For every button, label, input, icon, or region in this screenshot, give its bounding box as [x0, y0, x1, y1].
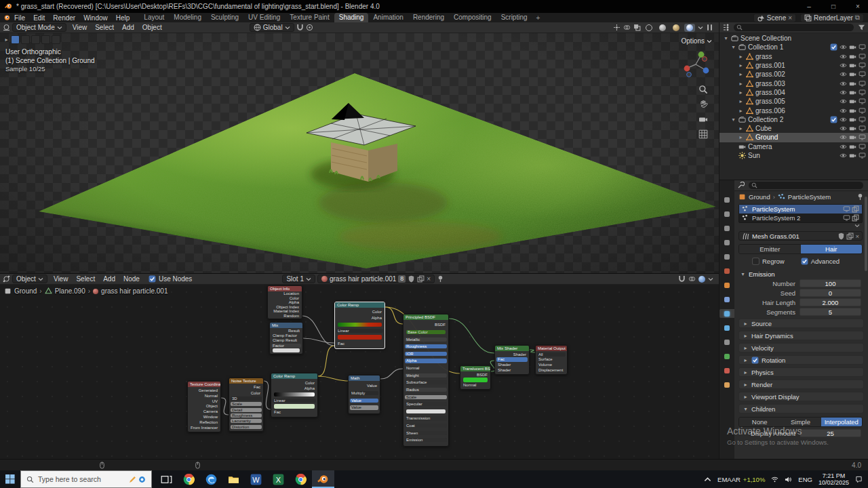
- expand-icon[interactable]: ▸: [738, 81, 744, 87]
- menu-file[interactable]: File: [10, 14, 29, 22]
- outliner-row-grass-006[interactable]: ▸grass.006: [719, 106, 868, 115]
- viewport-menu-select[interactable]: Select: [91, 24, 118, 31]
- mesh-icon[interactable]: [746, 62, 753, 69]
- section-source[interactable]: ▸Source: [738, 319, 864, 328]
- camera-icon[interactable]: [849, 152, 856, 159]
- taskbar-search-input[interactable]: Type here to search: [20, 470, 152, 488]
- outliner-row-grass-001[interactable]: ▸grass.001: [719, 61, 868, 70]
- collapse-icon[interactable]: ▾: [730, 44, 736, 50]
- monitor-icon[interactable]: [859, 70, 866, 78]
- properties-tab-tool[interactable]: [719, 195, 734, 204]
- properties-tab-physics[interactable]: [719, 323, 734, 332]
- stock-ticker-widget[interactable]: EMAAR +1,10%: [717, 476, 765, 483]
- camera-icon[interactable]: [849, 53, 856, 60]
- notification-center-icon[interactable]: [855, 476, 863, 483]
- node-material-output[interactable]: Material OutputAllSurfaceVolumeDisplacem…: [535, 345, 568, 375]
- particle-system-particlesystem[interactable]: ParticleSystem: [739, 205, 862, 214]
- material-slot-dropdown[interactable]: Slot 1: [282, 274, 315, 283]
- shader-type-dropdown[interactable]: Object: [12, 274, 47, 283]
- pin-icon[interactable]: [856, 193, 864, 201]
- copy-icon[interactable]: [852, 205, 859, 213]
- node-row-transmission[interactable]: Transmission: [405, 416, 447, 420]
- outliner-editor-icon[interactable]: [722, 24, 730, 31]
- expand-icon[interactable]: ▸: [738, 98, 744, 104]
- node-row-roughness[interactable]: Roughness: [231, 413, 262, 418]
- blender-menu-icon[interactable]: [3, 14, 10, 22]
- menu-edit[interactable]: Edit: [29, 14, 49, 22]
- taskbar-app-chrome-alt-icon[interactable]: [290, 470, 312, 488]
- taskbar-app-edge-icon[interactable]: [200, 470, 222, 488]
- node-row-tint[interactable]: Tint: [406, 409, 446, 413]
- camera-icon[interactable]: [849, 89, 856, 96]
- tool-select-box[interactable]: [11, 35, 20, 44]
- node-row-all[interactable]: All: [537, 352, 566, 357]
- unlink-icon[interactable]: ×: [427, 275, 431, 283]
- node-row-metallic[interactable]: Metallic: [405, 338, 447, 342]
- mesh-icon[interactable]: [746, 134, 753, 141]
- expand-icon[interactable]: ▸: [738, 125, 744, 131]
- outliner-row-collection-1[interactable]: ▾Collection 1: [719, 43, 868, 52]
- eye-icon[interactable]: [840, 80, 847, 87]
- node-row-weight[interactable]: Weight: [405, 373, 447, 378]
- section-children[interactable]: ▾Children: [738, 404, 864, 413]
- zoom-icon[interactable]: [698, 85, 708, 94]
- mesh-icon[interactable]: [746, 80, 753, 87]
- scene-unlink-icon[interactable]: ×: [788, 14, 792, 22]
- copy-icon[interactable]: [846, 232, 854, 240]
- view-layer-copy-icon[interactable]: ⧉: [855, 14, 860, 22]
- snap-magnet-icon[interactable]: [296, 24, 304, 31]
- node-row-specular[interactable]: Specular: [405, 402, 447, 406]
- outliner-row-grass-004[interactable]: ▸grass.004: [719, 88, 868, 97]
- viewport-canvas[interactable]: ▸ User Orthographic(1) Scene Collection …: [0, 33, 719, 273]
- camera-icon[interactable]: [849, 143, 856, 150]
- workspace-tab-modeling[interactable]: Modeling: [169, 13, 206, 22]
- shader-editor-icon[interactable]: [3, 275, 10, 283]
- properties-tab-output[interactable]: [719, 224, 734, 232]
- xray-icon[interactable]: [633, 24, 641, 31]
- outliner-row-cube[interactable]: ▸Cube: [719, 124, 868, 133]
- node-noise-texture[interactable]: Noise TextureFacColor3DScaleDetailRoughn…: [229, 378, 264, 432]
- shading-wireframe-icon[interactable]: [646, 24, 652, 31]
- overlays-icon[interactable]: [688, 275, 696, 283]
- breadcrumb-particle-system[interactable]: ParticleSystem: [788, 193, 831, 201]
- display-amount-field[interactable]: 25: [800, 429, 861, 437]
- node-color-ramp[interactable]: Color RampColorAlphaLinearFac: [271, 373, 318, 418]
- shader-menu-add[interactable]: Add: [99, 275, 119, 283]
- children-mode-interpolated[interactable]: Interpolated: [821, 418, 862, 426]
- camera-icon[interactable]: [849, 80, 856, 87]
- menu-render[interactable]: Render: [49, 14, 79, 22]
- node-row-ior[interactable]: IOR: [405, 352, 447, 356]
- expand-icon[interactable]: ▸: [738, 108, 744, 114]
- expand-icon[interactable]: ▸: [738, 89, 744, 96]
- section-render[interactable]: ▸Render: [738, 380, 864, 389]
- crumb-object[interactable]: Ground: [14, 287, 37, 295]
- start-button[interactable]: [0, 470, 20, 488]
- overlays-icon[interactable]: [623, 24, 631, 31]
- workspace-tab-shading[interactable]: Shading: [334, 13, 369, 22]
- tool-scale[interactable]: [52, 35, 60, 44]
- properties-tab-object-data[interactable]: [719, 352, 734, 361]
- mesh-icon[interactable]: [746, 98, 753, 105]
- grid-toggle-icon[interactable]: [698, 129, 708, 139]
- crumb-material[interactable]: grass hair particle.001: [101, 287, 167, 295]
- shader-menu-select[interactable]: Select: [72, 275, 99, 283]
- clock-widget[interactable]: 7:21 PM 10/02/2025: [818, 472, 849, 487]
- eye-icon[interactable]: [840, 62, 847, 69]
- search-highlight-icon[interactable]: [129, 476, 136, 483]
- monitor-icon[interactable]: [843, 214, 850, 222]
- section-rotation[interactable]: ▸Rotation: [738, 355, 864, 365]
- properties-tab-world[interactable]: [719, 266, 734, 275]
- children-mode-simple[interactable]: Simple: [780, 418, 821, 426]
- outliner-row-grass-002[interactable]: ▸grass.002: [719, 70, 868, 79]
- minimize-button[interactable]: –: [799, 3, 819, 10]
- node-texture-coordinate[interactable]: Texture CoordinateGeneratedNormalUVObjec…: [187, 381, 221, 432]
- workspace-tab-sculpting[interactable]: Sculpting: [206, 13, 243, 22]
- regrow-checkbox[interactable]: Regrow: [752, 258, 785, 265]
- node-row-linear[interactable]: Linear: [336, 329, 383, 333]
- outliner-row-ground[interactable]: ▸Ground: [719, 133, 868, 142]
- node-translucent-bsdf[interactable]: Translucent BSDFBSDFNormal: [460, 365, 491, 390]
- taskbar-app-excel-icon[interactable]: X: [267, 470, 290, 488]
- proportional-editing-icon[interactable]: [306, 24, 313, 31]
- section-hair-dynamics[interactable]: ▸Hair Dynamics: [738, 331, 864, 340]
- monitor-icon[interactable]: [859, 107, 866, 115]
